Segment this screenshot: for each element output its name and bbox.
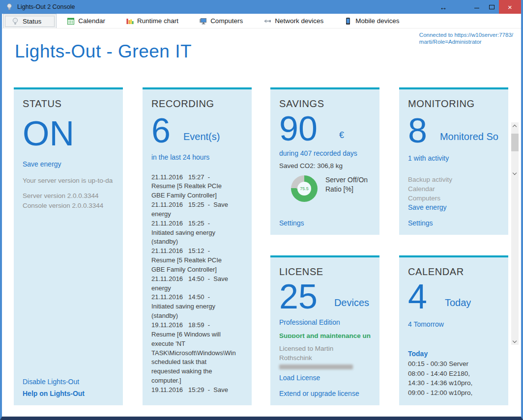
tab-mobile-devices[interactable]: Mobile devices <box>334 14 409 28</box>
maximize-button[interactable] <box>484 0 499 14</box>
recording-tile-header: RECORDING <box>151 98 243 110</box>
calendar-tile: CALENDAR 4 Today 4 Tomorrow Today 00:15 … <box>399 255 508 405</box>
title-bar[interactable]: Lights-Out 2 Console ↔ × <box>2 0 521 14</box>
calendar-icon <box>67 17 75 25</box>
network-plug-icon <box>263 17 271 25</box>
calendar-scrollbar[interactable] <box>511 122 519 177</box>
load-license-link[interactable]: Load License <box>279 374 371 382</box>
off-on-ratio-donut: 75.5 <box>291 175 318 202</box>
tab-computers[interactable]: Computers <box>189 14 253 28</box>
status-tile: STATUS ON Save energy Your server versio… <box>14 87 123 405</box>
recording-unit: Event(s) <box>183 131 220 142</box>
disable-lights-out-link[interactable]: Disable Lights-Out <box>23 378 114 386</box>
event-log-entry: 21.11.2016 15:12 - Resume [5 Realtek PCI… <box>151 247 231 275</box>
license-tile: LICENSE 25 Devices Professional Edition … <box>270 255 379 405</box>
main-content: Connected to https://w10server:7783/ mar… <box>2 28 521 416</box>
resize-session-icon[interactable]: ↔ <box>436 0 451 14</box>
license-device-count: 25 <box>279 280 318 313</box>
tab-network-devices[interactable]: Network devices <box>253 14 334 28</box>
calendar-entry: 14:30 - 14:36 w10pro, <box>408 378 487 388</box>
window-controls: ↔ × <box>436 0 521 14</box>
calendar-tile-header: CALENDAR <box>408 266 499 278</box>
server-version: Server version 2.0.0.3344 <box>23 191 114 201</box>
recording-subtitle: in the last 24 hours <box>151 153 243 161</box>
monitored-unit: Monitored So… <box>440 131 499 142</box>
window-title: Lights-Out 2 Console <box>17 3 75 10</box>
monitored-sources-list[interactable]: Backup activity Calendar Computers <box>408 175 499 203</box>
app-window: Lights-Out 2 Console ↔ × Status Cale <box>0 0 523 420</box>
savings-tile: SAVINGS 90 € during 407 recorded days Sa… <box>270 87 379 235</box>
calendar-today-header: Today <box>408 350 499 358</box>
recording-count: 6 <box>151 114 171 147</box>
monitored-source: Backup activity <box>408 175 487 184</box>
off-on-ratio-chart: 75.5 Server Off/On Ratio [%] <box>279 175 371 202</box>
close-button[interactable]: × <box>499 0 521 14</box>
extend-upgrade-license-link[interactable]: Extend or upgrade license <box>279 390 371 397</box>
calendar-tomorrow: 4 Tomorrow <box>408 320 499 328</box>
savings-amount: 90 <box>279 112 318 145</box>
page-title: Lights-Out - Green IT <box>15 41 192 62</box>
event-log-entry: 21.11.2016 14:50 - Initiated saving ener… <box>151 293 231 321</box>
monitoring-subtitle: 1 with activity <box>408 154 499 162</box>
connection-line1: Connected to https://w10server:7783/ <box>419 31 513 38</box>
calendar-today-count: 4 <box>408 280 427 313</box>
scrollbar-thumb[interactable] <box>511 134 519 151</box>
off-on-ratio-value: 75.5 <box>297 182 311 196</box>
calendar-unit: Today <box>445 297 471 308</box>
save-energy-link[interactable]: Save energy <box>23 160 114 168</box>
connection-status: Connected to https://w10server:7783/ mar… <box>419 31 513 45</box>
scroll-down-arrow-icon[interactable] <box>511 170 519 177</box>
event-log-entry: 21.11.2016 15:25 - Save energy <box>151 200 231 219</box>
scrollbar-track[interactable] <box>511 129 519 170</box>
savings-tile-header: SAVINGS <box>279 98 371 110</box>
smartphone-icon <box>344 17 352 25</box>
computer-icon <box>199 17 207 25</box>
calendar-entry: 00:15 - 00:30 Server <box>408 359 487 369</box>
connection-line2: marti/Role=Administrator <box>419 38 513 45</box>
status-tile-header: STATUS <box>23 98 114 110</box>
co2-saved: Saved CO2: 306,8 kg <box>279 162 371 169</box>
event-log-entry: 19.11.2016 15:29 - Save energy <box>151 386 231 397</box>
monitoring-save-energy-link[interactable]: Save energy <box>408 203 499 211</box>
tab-label: Mobile devices <box>355 17 399 25</box>
tab-label: Network devices <box>275 17 323 25</box>
event-log-list[interactable]: 21.11.2016 15:27 - Resume [5 Realtek PCI… <box>151 173 243 398</box>
licensed-to: Licensed to Martin Rothschink <box>279 344 354 363</box>
tab-label: Calendar <box>78 17 105 25</box>
version-note: Your server version is up-to-da <box>23 177 114 184</box>
scroll-down-arrow-icon[interactable] <box>511 338 519 345</box>
monitored-source: Computers <box>408 194 487 203</box>
recording-tile: RECORDING 6 Event(s) in the last 24 hour… <box>143 87 252 405</box>
tab-status[interactable]: Status <box>3 14 57 28</box>
light-bulb-icon <box>6 3 13 11</box>
bar-chart-icon <box>126 17 134 25</box>
monitored-source: Calendar <box>408 184 487 194</box>
license-tile-header: LICENSE <box>279 266 371 278</box>
support-maintenance-note: Support and maintenance unt <box>279 332 371 338</box>
license-unit: Devices <box>334 297 369 308</box>
savings-settings-link[interactable]: Settings <box>279 219 371 227</box>
savings-subtitle: during 407 recorded days <box>279 149 371 157</box>
help-on-lights-out-link[interactable]: Help on Lights-Out <box>23 390 114 397</box>
calendar-entry: 08:00 - 14:40 E2180, <box>408 369 487 379</box>
tab-calendar[interactable]: Calendar <box>57 14 116 28</box>
version-info: Server version 2.0.0.3344 Console versio… <box>23 191 114 211</box>
event-log-entry: 21.11.2016 15:25 - Initiated saving ener… <box>151 219 231 247</box>
monitoring-settings-link[interactable]: Settings <box>408 219 499 227</box>
status-value: ON <box>23 117 114 150</box>
minimize-button[interactable] <box>469 0 484 14</box>
event-log-entry: 21.11.2016 14:50 - Save energy <box>151 275 231 293</box>
tab-runtime-chart[interactable]: Runtime chart <box>116 14 189 28</box>
licensed-email-redacted <box>279 364 353 369</box>
console-version: Console version 2.0.0.3344 <box>23 201 114 211</box>
light-bulb-icon <box>11 17 19 25</box>
scroll-up-arrow-icon[interactable] <box>511 122 519 129</box>
monitoring-tile-header: MONITORING <box>408 98 499 110</box>
monitoring-tile: MONITORING 8 Monitored So… 1 with activi… <box>399 87 508 235</box>
off-on-ratio-label: Server Off/On Ratio [%] <box>325 175 371 194</box>
savings-currency: € <box>339 130 344 140</box>
tab-strip: Status Calendar Runtime chart <box>2 14 521 28</box>
calendar-entries-list[interactable]: 00:15 - 00:30 Server 08:00 - 14:40 E2180… <box>408 359 499 397</box>
tab-label: Runtime chart <box>137 17 178 25</box>
tab-label: Computers <box>210 17 243 25</box>
